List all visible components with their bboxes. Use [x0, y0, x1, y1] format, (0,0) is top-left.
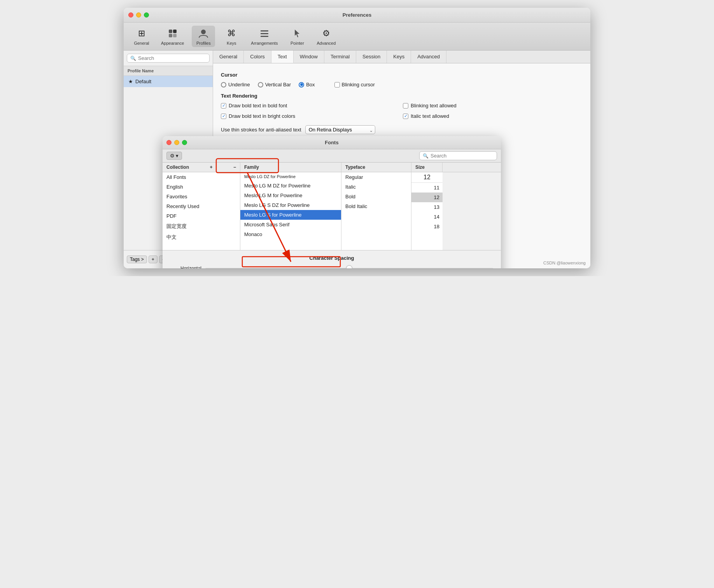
profiles-icon: [197, 27, 210, 40]
thin-strokes-select-wrap[interactable]: On Retina Displays: [305, 125, 375, 134]
titlebar: Preferences: [124, 8, 590, 23]
tab-colors[interactable]: Colors: [244, 51, 271, 63]
toolbar-label-arrangements: Arrangements: [251, 41, 278, 46]
size-12[interactable]: 12: [411, 192, 443, 202]
typeface-bold-italic[interactable]: Bold Italic: [341, 201, 411, 211]
fonts-size-list: 11 12 13 14 18: [411, 183, 443, 231]
cursor-vertical-bar-option[interactable]: Vertical Bar: [258, 82, 291, 88]
pointer-icon: [291, 27, 303, 40]
toolbar-item-arrangements[interactable]: Arrangements: [248, 26, 281, 47]
toolbar-item-appearance[interactable]: Appearance: [158, 26, 187, 47]
tab-general[interactable]: General: [213, 51, 244, 63]
horizontal-thumb[interactable]: [346, 265, 352, 268]
chevron-down-icon: ▾: [176, 153, 178, 159]
maximize-button[interactable]: [144, 12, 149, 18]
toolbar-item-keys[interactable]: ⌘ Keys: [220, 26, 243, 47]
typeface-size-area: Regular Italic Bold Bold Italic 12 11 12: [341, 172, 501, 250]
fonts-panel-title: Fonts: [325, 140, 338, 145]
toolbar: ⊞ General Appearance Profiles ⌘ Keys Arr…: [124, 23, 590, 51]
italic-text-row: Italic text allowed: [403, 113, 583, 119]
typeface-bold[interactable]: Bold: [341, 192, 411, 201]
fonts-minimize-button[interactable]: [174, 140, 179, 145]
size-11[interactable]: 11: [411, 183, 443, 192]
close-button[interactable]: [128, 12, 133, 18]
family-microsoft-sans[interactable]: Microsoft Sans Serif: [240, 220, 341, 229]
draw-bold-bold-checkbox[interactable]: [221, 103, 226, 108]
family-monaco[interactable]: Monaco: [240, 229, 341, 239]
draw-bold-bright-checkbox[interactable]: [221, 114, 226, 119]
fonts-table: Collection + − Family Typeface Size All …: [163, 163, 501, 250]
toolbar-item-general[interactable]: ⊞ General: [130, 26, 153, 47]
cursor-underline-option[interactable]: Underline: [221, 82, 250, 88]
collection-favorites[interactable]: Favorites: [163, 192, 240, 201]
traffic-lights: [128, 12, 149, 18]
fonts-close-button[interactable]: [166, 140, 172, 145]
tab-window[interactable]: Window: [294, 51, 324, 63]
sidebar-search-input[interactable]: [138, 55, 206, 61]
collection-recently-used[interactable]: Recently Used: [163, 201, 240, 211]
toolbar-item-advanced[interactable]: ⚙ Advanced: [313, 26, 339, 47]
appearance-icon: [166, 27, 179, 40]
profile-item-default[interactable]: ★ Default: [124, 76, 213, 87]
blinking-cursor-checkbox[interactable]: [334, 82, 340, 88]
draw-bold-bright-label: Draw bold text in bright colors: [229, 113, 295, 119]
family-meslo-m-dz[interactable]: Meslo LG M DZ for Powerline: [240, 181, 341, 191]
toolbar-item-pointer[interactable]: Pointer: [285, 26, 309, 47]
size-14[interactable]: 14: [411, 212, 443, 222]
cursor-box-option[interactable]: Box: [299, 82, 315, 88]
toolbar-label-advanced: Advanced: [317, 41, 336, 46]
blinking-text-checkbox[interactable]: [403, 103, 408, 108]
collection-english[interactable]: English: [163, 182, 240, 192]
blinking-cursor-label: Blinking cursor: [342, 82, 375, 88]
size-13[interactable]: 13: [411, 202, 443, 212]
add-profile-button[interactable]: +: [149, 256, 158, 263]
text-rendering-title: Text Rendering: [221, 93, 583, 99]
collection-chinese[interactable]: 中文: [163, 232, 240, 243]
toolbar-label-pointer: Pointer: [290, 41, 304, 46]
family-meslo-s[interactable]: Meslo LG S for Powerline: [240, 210, 341, 220]
size-18[interactable]: 18: [411, 222, 443, 231]
tags-button[interactable]: Tags >: [127, 256, 147, 263]
family-meslo-dz[interactable]: Meslo LG DZ for Powerline: [240, 172, 341, 181]
fonts-gear-button[interactable]: ⚙ ▾: [166, 152, 182, 160]
collection-add-icon[interactable]: +: [210, 164, 212, 170]
tab-terminal[interactable]: Terminal: [324, 51, 356, 63]
horizontal-slider[interactable]: [205, 268, 493, 269]
size-input-area: 12: [411, 172, 443, 183]
sidebar-search-area: 🔍: [124, 51, 213, 66]
family-meslo-m[interactable]: Meslo LG M for Powerline: [240, 191, 341, 200]
minimize-button[interactable]: [136, 12, 141, 18]
col-header-typeface: Typeface: [341, 163, 411, 172]
sidebar-search-wrap[interactable]: 🔍: [127, 54, 210, 63]
thin-strokes-select[interactable]: On Retina Displays: [305, 125, 375, 134]
cursor-underline-radio[interactable]: [221, 82, 226, 88]
collection-remove-icon[interactable]: −: [233, 164, 236, 170]
tab-text[interactable]: Text: [271, 51, 294, 63]
tab-keys[interactable]: Keys: [387, 51, 411, 63]
fonts-maximize-button[interactable]: [182, 140, 187, 145]
tab-session[interactable]: Session: [356, 51, 387, 63]
fonts-family-list: Meslo LG DZ for Powerline Meslo LG M DZ …: [240, 172, 341, 250]
collection-pdf[interactable]: PDF: [163, 211, 240, 221]
fonts-size-area: 12 11 12 13 14 18: [411, 172, 443, 250]
thin-strokes-label: Use thin strokes for anti-aliased text: [221, 127, 301, 133]
svg-point-4: [201, 30, 206, 34]
col-header-size: Size: [411, 163, 443, 172]
cursor-vertical-radio[interactable]: [258, 82, 263, 88]
fonts-search-input[interactable]: [430, 153, 494, 159]
toolbar-item-profiles[interactable]: Profiles: [192, 26, 215, 47]
collection-all-fonts[interactable]: All Fonts: [163, 172, 240, 182]
tab-advanced[interactable]: Advanced: [411, 51, 446, 63]
collection-fixed-width[interactable]: 固定宽度: [163, 221, 240, 232]
window-title: Preferences: [343, 12, 371, 18]
fonts-search-wrap[interactable]: 🔍: [419, 151, 497, 160]
typeface-regular[interactable]: Regular: [341, 172, 411, 182]
search-icon: 🔍: [130, 56, 136, 61]
profile-star-icon: ★: [128, 79, 133, 84]
family-meslo-s-dz[interactable]: Meslo LG S DZ for Powerline: [240, 200, 341, 210]
fonts-columns-header: Collection + − Family Typeface Size: [163, 163, 501, 172]
blinking-cursor-option[interactable]: Blinking cursor: [334, 82, 375, 88]
italic-text-checkbox[interactable]: [403, 114, 408, 119]
typeface-italic[interactable]: Italic: [341, 182, 411, 192]
cursor-box-radio[interactable]: [299, 82, 304, 88]
